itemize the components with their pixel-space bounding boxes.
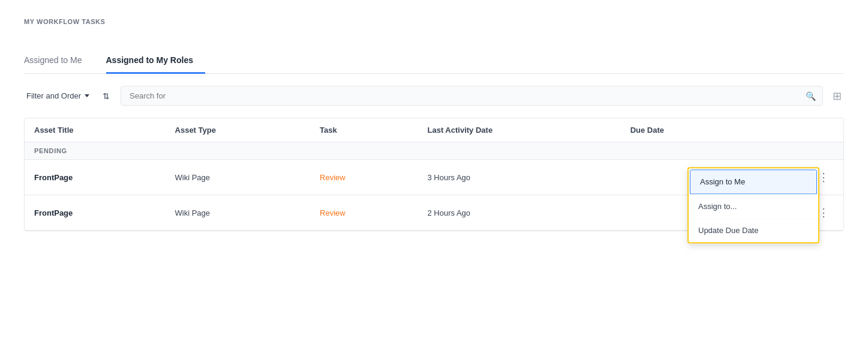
search-input[interactable] [121,86,823,106]
grid-icon[interactable]: ⊞ [830,87,844,105]
col-actions [748,118,843,142]
chevron-down-icon [85,94,89,97]
table-row: FrontPage Wiki Page Review 3 Hours Ago A… [25,160,843,195]
sort-icon[interactable]: ⇅ [99,89,113,103]
col-asset-type: Asset Type [166,118,310,142]
col-due-date: Due Date [621,118,749,142]
cell-due-date: Assign to Me Assign to... Update Due Dat… [621,160,749,195]
cell-asset-type: Wiki Page [166,195,310,231]
search-icon: 🔍 [806,91,816,101]
col-asset-title: Asset Title [25,118,166,142]
cell-last-activity: 2 Hours Ago [418,195,621,231]
tasks-table: Asset Title Asset Type Task Last Activit… [25,118,843,231]
group-label: PENDING [25,142,843,160]
col-last-activity: Last Activity Date [418,118,621,142]
cell-task: Review [310,195,418,231]
tabs-container: Assigned to Me Assigned to My Roles [24,49,844,74]
search-container: 🔍 [121,86,823,106]
tab-assigned-to-me[interactable]: Assigned to Me [24,49,94,74]
page-container: MY WORKFLOW TASKS Assigned to Me Assigne… [0,0,868,343]
group-pending: PENDING [25,142,843,160]
page-title: MY WORKFLOW TASKS [24,18,844,25]
cell-last-activity: 3 Hours Ago [418,160,621,195]
col-task: Task [310,118,418,142]
tab-assigned-to-my-roles[interactable]: Assigned to My Roles [106,49,205,74]
cell-asset-title: FrontPage [25,160,166,195]
cell-asset-type: Wiki Page [166,160,310,195]
cell-asset-title: FrontPage [25,195,166,231]
table-wrapper: Asset Title Asset Type Task Last Activit… [24,118,844,231]
dropdown-item-assign-to[interactable]: Assign to... [689,194,818,218]
context-dropdown: Assign to Me Assign to... Update Due Dat… [687,167,819,243]
table-header-row: Asset Title Asset Type Task Last Activit… [25,118,843,142]
filter-order-button[interactable]: Filter and Order [24,88,92,104]
dropdown-item-update-due-date[interactable]: Update Due Date [689,218,818,242]
cell-task: Review [310,160,418,195]
toolbar: Filter and Order ⇅ 🔍 ⊞ [24,86,844,106]
dropdown-item-assign-to-me[interactable]: Assign to Me [690,169,817,194]
